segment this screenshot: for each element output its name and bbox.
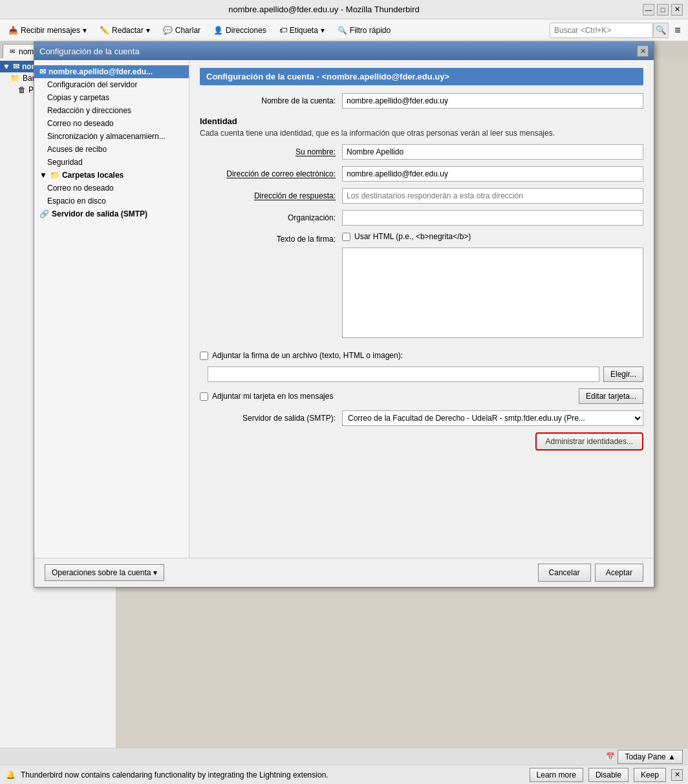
account-name-label: Nombre de la cuenta:: [200, 96, 342, 105]
vcard-checkbox[interactable]: [200, 392, 208, 401]
sidebar-item-disk-space[interactable]: Espacio en disco: [34, 195, 189, 207]
direcciones-button[interactable]: 👤 Direcciones: [208, 23, 272, 37]
sidebar-item-junk[interactable]: Correo no deseado: [34, 117, 189, 130]
vcard-label: Adjuntar mi tarjeta en los mensajes: [212, 392, 333, 401]
filtro-icon: 🔍: [338, 26, 347, 35]
email-row: Dirección de correo electrónico:: [200, 166, 643, 182]
etiqueta-icon: 🏷: [279, 26, 287, 35]
charlar-button[interactable]: 💬 Charlar: [157, 23, 206, 37]
expand-icon: ▼: [39, 171, 47, 180]
sidebar-item-security[interactable]: Seguridad: [34, 156, 189, 169]
manage-identities-row: Administrar identidades...: [200, 432, 643, 450]
email-input[interactable]: [342, 166, 643, 182]
smtp-row: Servidor de salida (SMTP): Correo de la …: [200, 410, 643, 426]
notification-icon: 🔔: [5, 770, 16, 780]
account-settings-dialog: Configuración de la cuenta ✕ ✉ nombre.ap…: [34, 41, 654, 588]
attach-sig-row: Adjuntar la firma de un archivo (texto, …: [200, 351, 643, 360]
minimize-button[interactable]: —: [643, 4, 654, 16]
charlar-icon: 💬: [163, 26, 173, 35]
footer-ops: Operaciones sobre la cuenta ▾: [45, 564, 164, 581]
sidebar-item-local-junk[interactable]: Correo no deseado: [34, 182, 189, 195]
dialog-footer: Operaciones sobre la cuenta ▾ Cancelar A…: [34, 558, 654, 587]
manage-identities-button[interactable]: Administrar identidades...: [535, 432, 643, 450]
section-header: Configuración de la cuenta - <nombre.ape…: [200, 68, 643, 85]
window-controls: — □ ✕: [643, 4, 683, 16]
signature-textarea[interactable]: [342, 248, 643, 338]
redactar-button[interactable]: ✏️ Redactar ▾: [94, 23, 156, 37]
name-input[interactable]: [342, 144, 643, 160]
account-icon: ✉: [13, 62, 19, 71]
smtp-icon: 🔗: [39, 209, 49, 218]
reply-input[interactable]: [342, 188, 643, 204]
sidebar-item-local-folders[interactable]: ▼ 📁 Carpetas locales: [34, 169, 189, 182]
email-label: Dirección de correo electrónico:: [200, 169, 342, 178]
elegir-button[interactable]: Elegir...: [603, 366, 643, 382]
ops-button[interactable]: Operaciones sobre la cuenta ▾: [45, 564, 164, 581]
reply-row: Dirección de respuesta:: [200, 188, 643, 204]
local-folders-icon: 📁: [50, 171, 59, 180]
etiqueta-button[interactable]: 🏷 Etiqueta ▾: [274, 23, 330, 37]
account-name-row: Nombre de la cuenta:: [200, 93, 643, 109]
sidebar-item-receipts[interactable]: Acuses de recibo: [34, 143, 189, 156]
ops-dropdown-icon: ▾: [153, 568, 157, 577]
search-button[interactable]: 🔍: [653, 23, 669, 38]
smtp-select[interactable]: Correo de la Facultad de Derecho - Udela…: [342, 410, 643, 426]
redactar-icon: ✏️: [100, 26, 109, 35]
sig-right-col: Usar HTML (p.e., <b>negrita</b>): [342, 232, 643, 344]
trash-icon: 🗑: [18, 85, 26, 94]
status-text: Thunderbird now contains calendaring fun…: [21, 770, 524, 779]
sidebar-item-smtp[interactable]: 🔗 Servidor de salida (SMTP): [34, 207, 189, 220]
tab-icon: ✉: [10, 48, 15, 55]
attach-sig-label: Adjuntar la firma de un archivo (texto, …: [212, 351, 403, 360]
filtro-button[interactable]: 🔍 Filtro rápido: [332, 23, 396, 37]
search-area: 🔍: [550, 23, 669, 38]
sidebar-item-composition[interactable]: Redacción y direcciones: [34, 104, 189, 117]
sig-row: Texto de la firma: Usar HTML (p.e., <b>n…: [200, 232, 643, 344]
recibir-mensajes-button[interactable]: 📥 Recibir mensajes ▾: [3, 23, 92, 37]
search-input[interactable]: [550, 23, 653, 38]
sidebar-item-copies-folders[interactable]: Copias y carpetas: [34, 91, 189, 104]
menu-button[interactable]: ≡: [670, 23, 685, 38]
learn-more-button[interactable]: Learn more: [530, 768, 583, 782]
account-mail-icon: ✉: [39, 67, 46, 76]
dialog-body: ✉ nombre.apellido@fder.edu... Configurac…: [34, 60, 654, 558]
footer-actions: Cancelar Aceptar: [538, 564, 643, 582]
html-checkbox[interactable]: [342, 233, 350, 241]
vcard-row: Adjuntar mi tarjeta en los mensajes Edit…: [200, 388, 643, 404]
sig-label: Texto de la firma:: [200, 232, 342, 244]
sidebar-item-account[interactable]: ✉ nombre.apellido@fder.edu...: [34, 65, 189, 78]
org-input[interactable]: [342, 210, 643, 226]
account-name-input[interactable]: [342, 93, 643, 109]
folder-icon: 📁: [10, 74, 20, 83]
maximize-button[interactable]: □: [657, 4, 669, 16]
html-checkbox-row: Usar HTML (p.e., <b>negrita</b>): [342, 232, 643, 241]
sidebar-item-sync[interactable]: Sincronización y almacenamiern...: [34, 130, 189, 143]
status-bar: 🔔 Thunderbird now contains calendaring f…: [0, 765, 688, 784]
identity-desc: Cada cuenta tiene una identidad, que es …: [200, 129, 643, 138]
attach-sig-checkbox[interactable]: [200, 352, 208, 360]
dialog-close-button[interactable]: ✕: [637, 45, 649, 57]
main-toolbar: 📥 Recibir mensajes ▾ ✏️ Redactar ▾ 💬 Cha…: [0, 19, 688, 41]
edit-vcard-button[interactable]: Editar tarjeta...: [579, 388, 643, 404]
disable-button[interactable]: Disable: [588, 768, 629, 782]
keep-button[interactable]: Keep: [634, 768, 666, 782]
bottom-bar: 📅 Today Pane ▲: [0, 748, 688, 765]
status-close-button[interactable]: ✕: [671, 769, 683, 781]
smtp-label: Servidor de salida (SMTP):: [200, 414, 342, 423]
dialog-title-bar: Configuración de la cuenta ✕: [34, 42, 654, 60]
close-button[interactable]: ✕: [671, 4, 683, 16]
cancel-button[interactable]: Cancelar: [538, 564, 591, 582]
sidebar-item-server-config[interactable]: Configuración del servidor: [34, 78, 189, 91]
today-pane-button[interactable]: Today Pane ▲: [618, 750, 683, 764]
title-bar: nombre.apellido@fder.edu.uy - Mozilla Th…: [0, 0, 688, 19]
dialog-sidebar: ✉ nombre.apellido@fder.edu... Configurac…: [34, 60, 189, 558]
org-label: Organización:: [200, 213, 342, 222]
attach-sig-path-input[interactable]: [208, 366, 599, 382]
reply-label: Dirección de respuesta:: [200, 191, 342, 200]
attach-input-row: Elegir...: [208, 366, 643, 382]
identity-title: Identidad: [200, 116, 643, 126]
vcard-left: Adjuntar mi tarjeta en los mensajes: [200, 392, 333, 401]
dialog-title: Configuración de la cuenta: [39, 47, 140, 56]
accept-button[interactable]: Aceptar: [595, 564, 643, 582]
org-row: Organización:: [200, 210, 643, 226]
